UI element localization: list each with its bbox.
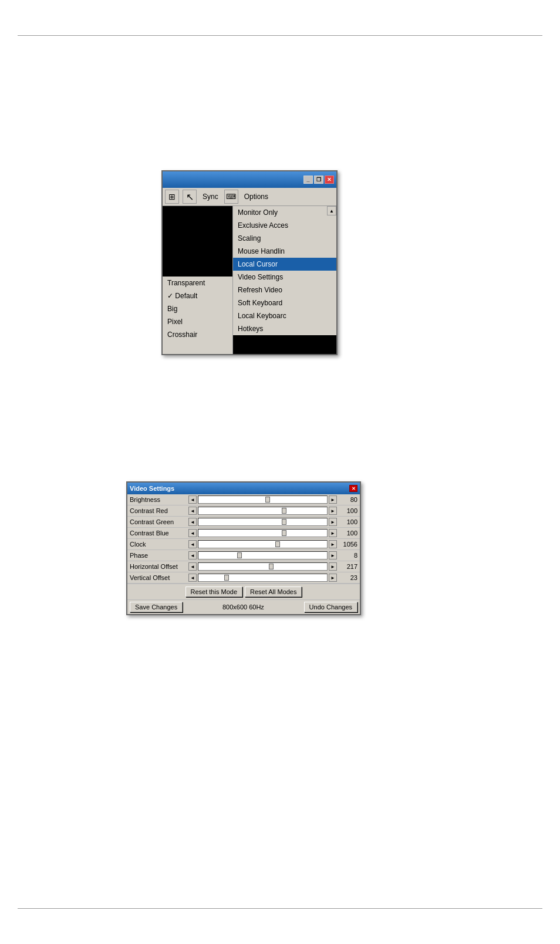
vertical-offset-label: Vertical Offset [130, 574, 188, 581]
contrast-red-label: Contrast Red [130, 507, 188, 514]
page-border-bottom [18, 908, 542, 909]
vs-title: Video Settings [130, 485, 174, 492]
contrast-green-left-arrow[interactable]: ◄ [188, 518, 197, 526]
option-local-keyboard[interactable]: Local Keyboarc [233, 309, 336, 322]
contrast-red-left-arrow[interactable]: ◄ [188, 507, 197, 515]
phase-row: Phase ◄ ► 8 [127, 550, 360, 561]
contrast-green-row: Contrast Green ◄ ► 100 [127, 517, 360, 528]
option-local-cursor[interactable]: Local Cursor [233, 258, 336, 271]
option-soft-keyboard[interactable]: Soft Keyboard [233, 296, 336, 309]
contrast-red-slider[interactable] [198, 507, 328, 515]
move-icon[interactable]: ⊞ [165, 190, 179, 204]
cursor-icon[interactable]: ↖ [183, 190, 197, 204]
sync-button[interactable]: Sync [200, 191, 221, 202]
contrast-green-slider-container: ◄ ► [188, 518, 337, 526]
horizontal-offset-right-arrow[interactable]: ► [329, 562, 337, 571]
save-changes-button[interactable]: Save Changes [130, 602, 183, 612]
clock-slider[interactable] [198, 540, 328, 548]
brightness-row: Brightness ◄ ► 80 [127, 494, 360, 505]
phase-right-arrow[interactable]: ► [329, 551, 337, 559]
contrast-blue-label: Contrast Blue [130, 530, 188, 537]
options-black-area [233, 335, 336, 354]
brightness-label: Brightness [130, 496, 188, 503]
horizontal-offset-value: 217 [337, 563, 357, 570]
contrast-blue-left-arrow[interactable]: ◄ [188, 529, 197, 537]
video-settings-dialog: Video Settings ✕ Brightness ◄ ► 80 Contr… [126, 481, 361, 615]
vertical-offset-slider-container: ◄ ► [188, 574, 337, 582]
contrast-green-right-arrow[interactable]: ► [329, 518, 337, 526]
page-border-top [18, 35, 542, 36]
brightness-right-arrow[interactable]: ► [329, 495, 337, 504]
vertical-offset-row: Vertical Offset ◄ ► 23 [127, 572, 360, 584]
horizontal-offset-label: Horizontal Offset [130, 563, 188, 570]
clock-left-arrow[interactable]: ◄ [188, 540, 197, 548]
horizontal-offset-slider-container: ◄ ► [188, 562, 337, 571]
options-panel: ▲ Monitor Only Exclusive Acces Scaling M… [233, 206, 336, 354]
cursor-default[interactable]: Default [163, 289, 232, 302]
clock-right-arrow[interactable]: ► [329, 540, 337, 548]
option-hotkeys[interactable]: Hotkeys [233, 322, 336, 335]
contrast-blue-slider-container: ◄ ► [188, 529, 337, 537]
scroll-up-icon[interactable]: ▲ [327, 206, 336, 215]
undo-changes-button[interactable]: Undo Changes [304, 602, 357, 612]
option-exclusive-access[interactable]: Exclusive Acces [233, 219, 336, 232]
contrast-red-right-arrow[interactable]: ► [329, 507, 337, 515]
contrast-red-row: Contrast Red ◄ ► 100 [127, 505, 360, 517]
title-bar: _ ❐ ✕ [163, 171, 336, 188]
cursor-preview [163, 206, 232, 277]
phase-label: Phase [130, 552, 188, 559]
brightness-value: 80 [337, 496, 357, 503]
brightness-slider-container: ◄ ► [188, 495, 337, 504]
reset-all-button[interactable]: Reset All Modes [245, 586, 302, 597]
horizontal-offset-left-arrow[interactable]: ◄ [188, 562, 197, 571]
brightness-slider[interactable] [198, 495, 328, 504]
horizontal-offset-slider[interactable] [198, 562, 328, 571]
phase-slider[interactable] [198, 551, 328, 559]
clock-label: Clock [130, 541, 188, 548]
minimize-button[interactable]: _ [303, 176, 313, 184]
cursor-crosshair[interactable]: Crosshair [163, 328, 232, 341]
keyboard-icon[interactable]: ⌨ [224, 190, 238, 204]
vertical-offset-right-arrow[interactable]: ► [329, 574, 337, 582]
option-video-settings[interactable]: Video Settings [233, 271, 336, 284]
option-mouse-handling[interactable]: Mouse Handlin [233, 245, 336, 258]
close-button[interactable]: ✕ [325, 176, 334, 184]
contrast-blue-row: Contrast Blue ◄ ► 100 [127, 528, 360, 539]
horizontal-offset-row: Horizontal Offset ◄ ► 217 [127, 561, 360, 572]
contrast-green-value: 100 [337, 518, 357, 525]
vertical-offset-slider[interactable] [198, 574, 328, 582]
options-scroll-area: ▲ Monitor Only Exclusive Acces Scaling M… [233, 206, 336, 335]
cursor-big[interactable]: Big [163, 302, 232, 315]
menu-body: Transparent Default Big Pixel Crosshair … [163, 206, 336, 354]
phase-left-arrow[interactable]: ◄ [188, 551, 197, 559]
contrast-red-slider-container: ◄ ► [188, 507, 337, 515]
contrast-green-slider[interactable] [198, 518, 328, 526]
brightness-left-arrow[interactable]: ◄ [188, 495, 197, 504]
vs-footer: Save Changes 800x600 60Hz Undo Changes [127, 599, 360, 614]
vertical-offset-value: 23 [337, 574, 357, 581]
vs-close-button[interactable]: ✕ [349, 485, 357, 492]
vertical-offset-left-arrow[interactable]: ◄ [188, 574, 197, 582]
option-scaling[interactable]: Scaling [233, 232, 336, 245]
menu-screenshot: _ ❐ ✕ ⊞ ↖ Sync ⌨ Options Transparent Def… [161, 170, 338, 355]
cursor-panel: Transparent Default Big Pixel Crosshair [163, 206, 233, 354]
phase-slider-container: ◄ ► [188, 551, 337, 559]
option-refresh-video[interactable]: Refresh Video [233, 284, 336, 296]
vs-titlebar: Video Settings ✕ [127, 483, 360, 494]
resolution-display: 800x600 60Hz [183, 604, 303, 611]
option-monitor-only[interactable]: Monitor Only [233, 206, 336, 219]
contrast-blue-value: 100 [337, 530, 357, 537]
contrast-green-label: Contrast Green [130, 518, 188, 525]
clock-row: Clock ◄ ► 1056 [127, 539, 360, 550]
contrast-blue-right-arrow[interactable]: ► [329, 529, 337, 537]
cursor-pixel[interactable]: Pixel [163, 315, 232, 328]
clock-value: 1056 [337, 541, 357, 548]
contrast-blue-slider[interactable] [198, 529, 328, 537]
clock-slider-container: ◄ ► [188, 540, 337, 548]
options-button[interactable]: Options [242, 191, 271, 202]
contrast-red-value: 100 [337, 507, 357, 514]
restore-button[interactable]: ❐ [314, 176, 323, 184]
reset-mode-button[interactable]: Reset this Mode [185, 586, 242, 597]
reset-buttons-row: Reset this Mode Reset All Modes [127, 584, 360, 599]
cursor-transparent[interactable]: Transparent [163, 277, 232, 289]
